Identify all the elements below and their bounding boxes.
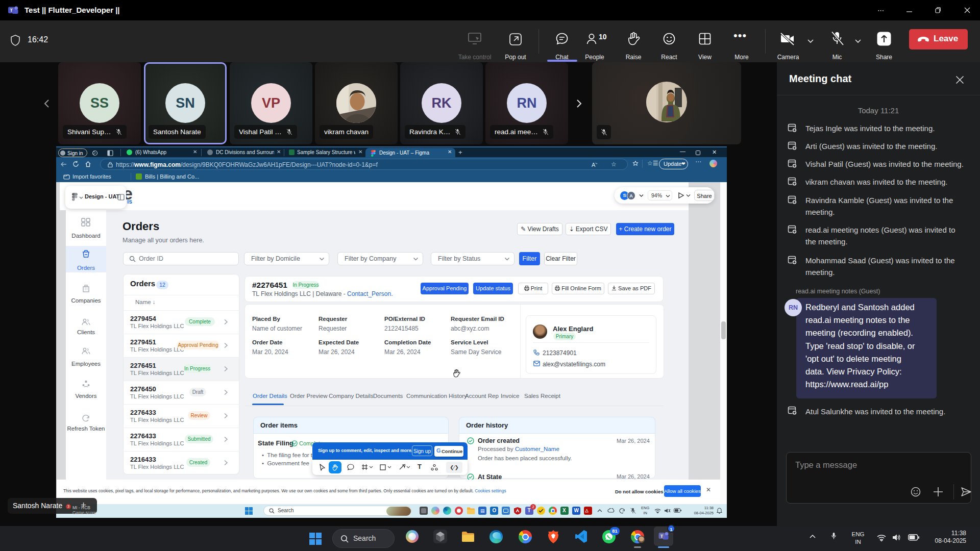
svg-text:T: T [660, 534, 664, 539]
